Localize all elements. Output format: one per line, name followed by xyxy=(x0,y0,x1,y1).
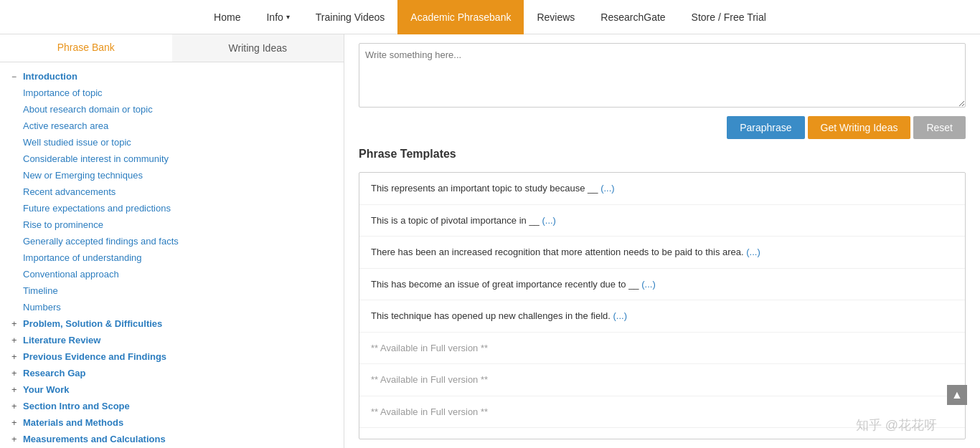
tab-phrase-bank[interactable]: Phrase Bank xyxy=(0,34,172,62)
nav-training[interactable]: Training Videos xyxy=(303,0,398,34)
nav-reviews[interactable]: Reviews xyxy=(524,0,588,34)
tree-item[interactable]: Timeline xyxy=(0,282,344,299)
tree-item[interactable]: Future expectations and predictions xyxy=(0,200,344,216)
tree-item[interactable]: −Introduction xyxy=(0,68,344,85)
sub-item-label: New or Emerging techniques xyxy=(23,170,143,181)
phrase-item: ** Available in Full version ** xyxy=(359,396,965,429)
section-label: Measurements and Calculations xyxy=(23,434,166,444)
section-label: Literature Review xyxy=(23,335,100,345)
sub-item-label: Considerable interest in community xyxy=(23,153,169,164)
tree-item[interactable]: +Materials and Methods xyxy=(0,414,344,431)
sub-item-label: About research domain or topic xyxy=(23,104,153,115)
phrase-item: ** Available in Full version ** xyxy=(359,428,965,439)
chevron-down-icon: ▾ xyxy=(286,13,290,21)
nav-researchgate[interactable]: ResearchGate xyxy=(588,0,678,34)
expand-icon: − xyxy=(11,72,20,82)
collapse-icon: + xyxy=(11,434,20,444)
sidebar-tabs: Phrase Bank Writing Ideas xyxy=(0,34,344,62)
phrase-templates-title: Phrase Templates xyxy=(359,148,966,161)
button-row: Paraphrase Get Writing Ideas Reset xyxy=(359,116,966,139)
tab-writing-ideas[interactable]: Writing Ideas xyxy=(172,34,344,62)
sub-item-label: Conventional approach xyxy=(23,269,119,280)
tree-item[interactable]: +Measurements and Calculations xyxy=(0,431,344,447)
sub-item-label: Importance of understanding xyxy=(23,252,142,263)
tree-item[interactable]: +Section Intro and Scope xyxy=(0,398,344,414)
right-panel: Paraphrase Get Writing Ideas Reset Phras… xyxy=(344,34,980,448)
sub-item-label: Importance of topic xyxy=(23,87,103,98)
writing-ideas-button[interactable]: Get Writing Ideas xyxy=(808,116,911,139)
collapse-icon: + xyxy=(11,318,20,329)
sub-item-label: Timeline xyxy=(23,285,58,296)
nav-phrasebank[interactable]: Academic Phrasebank xyxy=(397,0,524,34)
collapse-icon: + xyxy=(11,384,20,395)
section-label: Research Gap xyxy=(23,368,85,378)
sub-item-label: Future expectations and predictions xyxy=(23,203,171,214)
phrase-item: This has become an issue of great import… xyxy=(359,269,965,301)
main-container: Phrase Bank Writing Ideas −IntroductionI… xyxy=(0,34,980,448)
tree-item[interactable]: New or Emerging techniques xyxy=(0,167,344,184)
sub-item-label: Recent advancements xyxy=(23,186,116,197)
nav-home[interactable]: Home xyxy=(201,0,253,34)
sidebar: Phrase Bank Writing Ideas −IntroductionI… xyxy=(0,34,344,448)
phrase-link[interactable]: (...) xyxy=(542,215,556,226)
tree-item[interactable]: +Literature Review xyxy=(0,332,344,348)
sub-item-label: Active research area xyxy=(23,120,108,131)
tree-item[interactable]: Considerable interest in community xyxy=(0,151,344,167)
tree-item[interactable]: Generally accepted findings and facts xyxy=(0,233,344,249)
tree-item[interactable]: About research domain or topic xyxy=(0,101,344,118)
scroll-to-top-button[interactable]: ▲ xyxy=(947,385,967,405)
paraphrase-button[interactable]: Paraphrase xyxy=(727,116,804,139)
phrase-link[interactable]: (...) xyxy=(746,247,760,257)
phrase-link[interactable]: (...) xyxy=(600,183,615,194)
navbar: Home Info ▾ Training Videos Academic Phr… xyxy=(0,0,980,34)
collapse-icon: + xyxy=(11,335,20,345)
phrase-item: This is a topic of pivotal importance in… xyxy=(359,205,965,237)
sub-item-label: Generally accepted findings and facts xyxy=(23,236,179,247)
section-label: Introduction xyxy=(23,71,77,82)
phrase-box[interactable]: This represents an important topic to st… xyxy=(359,172,966,439)
collapse-icon: + xyxy=(11,417,20,428)
section-label: Previous Evidence and Findings xyxy=(23,351,166,362)
phrase-item: There has been an increased recognition … xyxy=(359,237,965,269)
phrase-item: This technique has opened up new challen… xyxy=(359,300,965,333)
tree-item[interactable]: Importance of topic xyxy=(0,85,344,101)
sub-item-label: Numbers xyxy=(23,302,61,313)
tree-item[interactable]: Importance of understanding xyxy=(0,249,344,266)
reset-button[interactable]: Reset xyxy=(913,116,966,139)
phrase-link[interactable]: (...) xyxy=(613,310,628,321)
collapse-icon: + xyxy=(11,351,20,362)
tree-item[interactable]: Conventional approach xyxy=(0,266,344,282)
section-label: Section Intro and Scope xyxy=(23,401,130,411)
sidebar-tree: −IntroductionImportance of topicAbout re… xyxy=(0,62,344,448)
nav-info[interactable]: Info ▾ xyxy=(253,0,302,34)
section-label: Materials and Methods xyxy=(23,417,123,428)
tree-item[interactable]: +Problem, Solution & Difficulties xyxy=(0,315,344,332)
tree-item[interactable]: +Your Work xyxy=(0,381,344,398)
phrase-item: ** Available in Full version ** xyxy=(359,333,965,365)
write-textarea[interactable] xyxy=(359,43,966,108)
tree-item[interactable]: Active research area xyxy=(0,118,344,134)
sub-item-label: Rise to prominence xyxy=(23,219,103,230)
tree-item[interactable]: Numbers xyxy=(0,299,344,315)
phrase-link[interactable]: (...) xyxy=(641,279,656,290)
tree-item[interactable]: Well studied issue or topic xyxy=(0,134,344,151)
section-label: Problem, Solution & Difficulties xyxy=(23,318,162,329)
tree-item[interactable]: +Research Gap xyxy=(0,365,344,381)
phrase-item: This represents an important topic to st… xyxy=(359,173,965,205)
collapse-icon: + xyxy=(11,368,20,378)
phrase-item: ** Available in Full version ** xyxy=(359,364,965,396)
collapse-icon: + xyxy=(11,401,20,411)
sub-item-label: Well studied issue or topic xyxy=(23,137,131,148)
section-label: Your Work xyxy=(23,384,70,395)
nav-store[interactable]: Store / Free Trial xyxy=(679,0,779,34)
tree-item[interactable]: +Previous Evidence and Findings xyxy=(0,348,344,365)
tree-item[interactable]: Recent advancements xyxy=(0,184,344,200)
tree-item[interactable]: Rise to prominence xyxy=(0,216,344,233)
